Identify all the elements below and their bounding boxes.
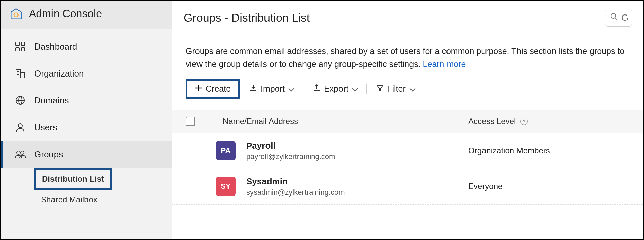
sidebar-item-label: Groups (34, 149, 63, 160)
table-row[interactable]: PA Payroll payroll@zylkertraining.com Or… (172, 133, 643, 169)
filter-button[interactable]: Filter (374, 81, 417, 96)
import-icon (249, 84, 257, 94)
subnav-shared-mailbox[interactable]: Shared Mailbox (1, 190, 172, 209)
table-header: Name/Email Address Access Level ? (172, 110, 643, 133)
svg-rect-4 (21, 48, 25, 51)
separator (303, 84, 303, 94)
chevron-down-icon (352, 84, 357, 94)
building-icon (14, 67, 26, 80)
sidebar-item-label: Dashboard (34, 41, 77, 52)
access-cell: Everyone (468, 182, 630, 191)
globe-icon (14, 94, 26, 107)
users-icon (14, 148, 26, 160)
svg-point-14 (17, 151, 20, 154)
brand-title: Admin Console (29, 7, 102, 20)
table-row[interactable]: SY Sysadmin sysadmin@zylkertraining.com … (172, 169, 643, 205)
create-label: Create (206, 84, 231, 94)
col-header-access-label: Access Level (468, 117, 516, 126)
search-icon (610, 12, 618, 23)
group-email: sysadmin@zylkertraining.com (246, 188, 468, 197)
create-button[interactable]: Create (186, 79, 240, 99)
filter-icon (376, 84, 384, 94)
sidebar-item-groups[interactable]: Groups (1, 141, 172, 168)
svg-point-0 (14, 13, 18, 17)
select-all-cell (186, 117, 216, 126)
export-label: Export (324, 84, 348, 94)
table-body: PA Payroll payroll@zylkertraining.com Or… (172, 133, 643, 205)
sidebar-item-label: Organization (34, 68, 84, 79)
toolbar: Create Import Export (172, 71, 643, 110)
user-icon (14, 121, 26, 133)
name-cell: Sysadmin sysadmin@zylkertraining.com (236, 176, 468, 197)
svg-line-17 (615, 18, 617, 20)
chevron-down-icon (288, 84, 293, 94)
group-name: Payroll (246, 141, 468, 151)
subnav-distribution-list[interactable]: Distribution List (34, 168, 112, 190)
filter-label: Filter (387, 84, 406, 94)
page-title: Groups - Distribution List (184, 11, 310, 24)
main: Groups - Distribution List G Groups are … (172, 1, 643, 239)
sidebar-item-organization[interactable]: Organization (1, 60, 172, 87)
svg-rect-5 (16, 70, 20, 78)
svg-point-13 (18, 124, 22, 128)
svg-rect-1 (16, 42, 19, 46)
svg-point-16 (611, 13, 616, 18)
export-button[interactable]: Export (311, 81, 359, 96)
avatar: PA (216, 141, 236, 160)
name-cell: Payroll payroll@zylkertraining.com (236, 141, 468, 161)
group-name: Sysadmin (246, 176, 468, 187)
col-header-access[interactable]: Access Level ? (468, 117, 630, 126)
sidebar-item-label: Domains (34, 95, 69, 106)
select-all-checkbox[interactable] (186, 117, 195, 126)
import-label: Import (261, 84, 285, 94)
chevron-down-icon (409, 84, 415, 94)
main-header: Groups - Distribution List G (172, 1, 643, 35)
sidebar-item-domains[interactable]: Domains (1, 87, 172, 114)
plus-icon (195, 84, 202, 94)
export-icon (313, 84, 321, 94)
description-text: Groups are common email addresses, share… (186, 46, 624, 69)
svg-rect-6 (20, 72, 24, 78)
search-box[interactable]: G (605, 9, 632, 27)
sidebar-item-dashboard[interactable]: Dashboard (1, 33, 172, 60)
svg-point-15 (21, 151, 24, 154)
access-cell: Organization Members (468, 146, 630, 155)
groups-subnav: Distribution List Shared Mailbox (1, 168, 172, 212)
sidebar: Admin Console Dashboard (1, 1, 172, 239)
dashboard-icon (14, 40, 26, 53)
separator (366, 84, 367, 94)
svg-rect-2 (21, 42, 25, 46)
brand: Admin Console (1, 1, 172, 29)
sidebar-item-users[interactable]: Users (1, 114, 172, 141)
description: Groups are common email addresses, share… (172, 35, 643, 71)
col-header-name[interactable]: Name/Email Address (216, 117, 468, 126)
learn-more-link[interactable]: Learn more (423, 59, 466, 69)
import-button[interactable]: Import (247, 81, 295, 96)
sidebar-item-label: Users (34, 122, 57, 133)
nav: Dashboard Organization (1, 29, 172, 212)
group-email: payroll@zylkertraining.com (246, 152, 468, 161)
svg-rect-3 (16, 48, 19, 51)
help-icon[interactable]: ? (520, 118, 528, 125)
avatar: SY (216, 177, 236, 196)
logo-icon (10, 8, 22, 20)
search-placeholder: G (621, 12, 628, 23)
